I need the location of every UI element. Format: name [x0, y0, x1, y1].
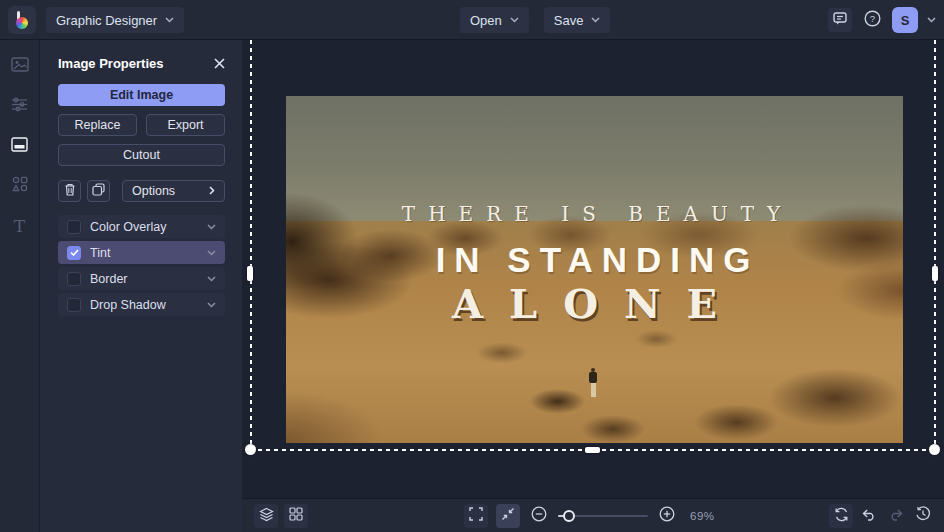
fit-to-screen-button[interactable]	[496, 504, 520, 528]
undo-icon	[861, 507, 877, 525]
fullscreen-button[interactable]	[464, 504, 488, 528]
duplicate-button[interactable]	[87, 180, 110, 202]
history-button[interactable]	[912, 505, 934, 527]
layers-button[interactable]	[254, 504, 278, 528]
svg-text:?: ?	[869, 13, 874, 24]
zoom-slider-knob[interactable]	[563, 510, 575, 522]
edit-image-button[interactable]: Edit Image	[58, 84, 225, 106]
zoom-percentage: 69%	[690, 510, 715, 522]
cutout-button[interactable]: Cutout	[58, 144, 225, 166]
chevron-down-icon	[591, 17, 600, 23]
toolbar-history-group	[829, 499, 934, 532]
help-button[interactable]: ?	[861, 9, 883, 31]
toolbar-zoom-group: 69%	[464, 499, 715, 532]
trash-icon	[64, 182, 76, 200]
shapes-icon	[12, 176, 28, 196]
top-bar-right: ? S	[828, 0, 936, 40]
delete-button[interactable]	[58, 180, 81, 202]
property-row-border[interactable]: Border	[58, 267, 225, 290]
selection-handle-right[interactable]	[932, 266, 938, 281]
duplicate-icon	[92, 182, 105, 200]
replace-button[interactable]: Replace	[58, 114, 137, 136]
export-button[interactable]: Export	[146, 114, 225, 136]
replace-export-row: Replace Export	[58, 114, 225, 136]
property-label: Border	[90, 272, 207, 286]
image-text-line-2: IN STANDING	[436, 240, 760, 280]
feedback-button[interactable]	[828, 8, 852, 32]
zoom-in-button[interactable]	[656, 505, 678, 527]
color-overlay-checkbox[interactable]	[67, 220, 81, 234]
rail-item-image[interactable]	[7, 53, 33, 79]
grid-icon	[289, 507, 303, 525]
rail-item-layout[interactable]	[7, 133, 33, 159]
property-label: Tint	[90, 246, 207, 260]
selection-handle-bottom-right[interactable]	[929, 444, 940, 455]
selection-handle-bottom-left[interactable]	[245, 444, 256, 455]
account-chevron-down-icon[interactable]	[927, 17, 936, 23]
tool-rail: T	[0, 40, 40, 532]
options-button[interactable]: Options	[122, 180, 225, 202]
user-avatar[interactable]: S	[892, 7, 918, 33]
drop-shadow-checkbox[interactable]	[67, 298, 81, 312]
open-label: Open	[470, 13, 502, 28]
chevron-down-icon[interactable]	[207, 250, 216, 256]
zoom-out-button[interactable]	[528, 505, 550, 527]
reset-button[interactable]	[829, 504, 853, 528]
redo-button[interactable]	[885, 505, 907, 527]
object-actions-row: Options	[58, 180, 225, 202]
chevron-down-icon[interactable]	[207, 276, 216, 282]
logo-color-wheel-icon	[16, 17, 28, 29]
selection-handle-bottom-center[interactable]	[585, 447, 600, 453]
mode-selector-dropdown[interactable]: Graphic Designer	[46, 7, 184, 33]
export-label: Export	[167, 118, 203, 132]
fit-to-screen-icon	[501, 507, 515, 525]
property-label: Color Overlay	[90, 220, 207, 234]
comment-icon	[833, 11, 847, 29]
chevron-down-icon	[165, 17, 174, 23]
cutout-label: Cutout	[123, 148, 160, 162]
border-checkbox[interactable]	[67, 272, 81, 286]
avatar-initial: S	[901, 13, 910, 28]
grid-view-button[interactable]	[284, 504, 308, 528]
main-area: THERE IS BEAUTY IN STANDING ALONE	[242, 40, 944, 532]
rail-item-adjustments[interactable]	[7, 93, 33, 119]
top-bar-center: Open Save	[460, 0, 610, 40]
property-list: Color Overlay Tint	[58, 215, 225, 316]
rail-item-text[interactable]: T	[7, 213, 33, 239]
panel-header: Image Properties	[58, 54, 225, 72]
panel-title: Image Properties	[58, 56, 164, 71]
mode-label: Graphic Designer	[56, 13, 157, 28]
rail-item-graphics[interactable]	[7, 173, 33, 199]
layers-icon	[259, 507, 274, 526]
canvas-viewport[interactable]: THERE IS BEAUTY IN STANDING ALONE	[242, 40, 944, 498]
image-properties-panel: Image Properties Edit Image Replace Expo…	[40, 40, 242, 532]
selected-image-element[interactable]: THERE IS BEAUTY IN STANDING ALONE	[286, 96, 903, 443]
bottom-toolbar: 69%	[242, 498, 944, 532]
property-label: Drop Shadow	[90, 298, 207, 312]
close-panel-button[interactable]	[214, 58, 225, 69]
undo-button[interactable]	[858, 505, 880, 527]
property-row-color-overlay[interactable]: Color Overlay	[58, 215, 225, 238]
photo-person	[588, 368, 598, 400]
property-row-drop-shadow[interactable]: Drop Shadow	[58, 293, 225, 316]
app-logo[interactable]	[8, 6, 36, 34]
image-icon	[11, 57, 29, 76]
selection-border-right	[934, 40, 936, 449]
tint-checkbox[interactable]	[67, 246, 81, 260]
text-icon: T	[14, 218, 25, 235]
replace-label: Replace	[75, 118, 121, 132]
zoom-slider[interactable]	[558, 509, 648, 523]
content-row: T Image Properties Edit Image Replace Ex…	[0, 40, 944, 532]
open-dropdown[interactable]: Open	[460, 7, 529, 33]
selection-handle-left[interactable]	[247, 266, 253, 281]
image-text-line-3: ALONE	[452, 280, 743, 327]
toolbar-left-group	[254, 499, 308, 532]
edit-image-label: Edit Image	[110, 88, 173, 102]
property-row-tint[interactable]: Tint	[58, 241, 225, 264]
save-dropdown[interactable]: Save	[544, 7, 611, 33]
chevron-down-icon[interactable]	[207, 302, 216, 308]
chevron-down-icon[interactable]	[207, 224, 216, 230]
top-bar-left: Graphic Designer	[8, 0, 184, 40]
sliders-icon	[11, 97, 28, 116]
history-clock-icon	[915, 506, 931, 526]
